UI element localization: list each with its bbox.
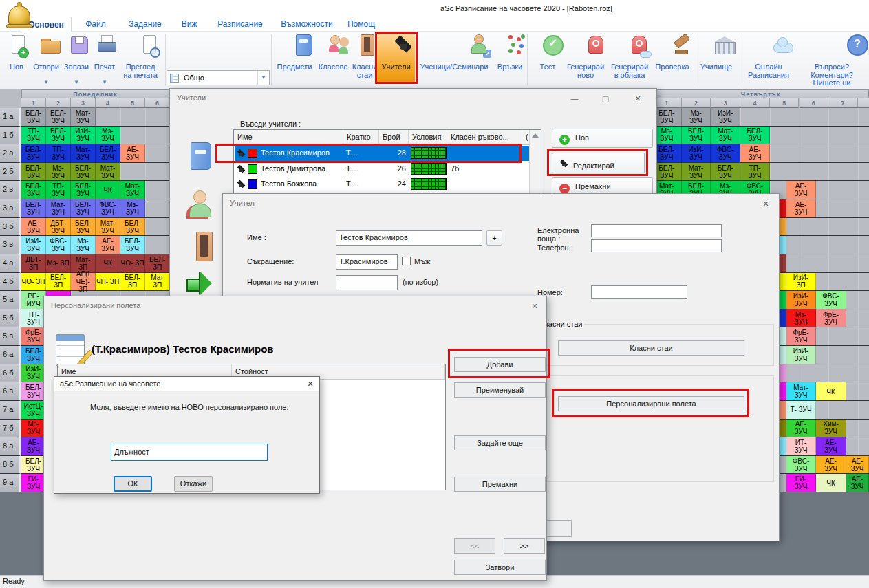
- ribbon-item-students-seminars[interactable]: Ученици/Семинари: [416, 33, 493, 88]
- timetable-cell[interactable]: ЧК: [816, 382, 846, 400]
- close-icon[interactable]: ✕: [528, 301, 541, 312]
- timetable-cell[interactable]: ИзИ- ЗУЧ: [786, 291, 816, 309]
- add-name-button[interactable]: +: [486, 230, 502, 246]
- teachers-column-2[interactable]: Брой: [379, 130, 409, 145]
- row-header[interactable]: 6 в: [0, 382, 21, 401]
- next-button[interactable]: >>: [504, 538, 545, 554]
- ribbon-item-links[interactable]: Връзки: [493, 33, 527, 88]
- timetable-cell[interactable]: АЕ- ЗУЧ: [21, 218, 46, 236]
- ribbon-item-questions[interactable]: Въпроси? Коментари? Пишете ни: [795, 33, 868, 88]
- add-field-button[interactable]: Добави: [454, 357, 546, 372]
- close-icon[interactable]: ✕: [632, 93, 644, 104]
- ribbon-item-generate-cloud[interactable]: Генерирай в облака: [608, 33, 652, 88]
- view-combobox[interactable]: Общо ▼: [167, 70, 270, 85]
- timetable-cell[interactable]: АЕ- ЗУЧ: [120, 144, 145, 162]
- timetable-cell[interactable]: Мат- ЗУЧ: [96, 163, 120, 181]
- timetable-cell[interactable]: ИзИ- ЗУЧ: [21, 236, 46, 254]
- norm-input[interactable]: [336, 275, 398, 290]
- teacher-row[interactable]: Тестов БожковаТ....24: [235, 177, 529, 192]
- subjects-sidebar-icon[interactable]: [188, 142, 215, 171]
- ribbon-item-print[interactable]: Печат▼: [91, 33, 118, 88]
- row-header[interactable]: 5 в: [0, 327, 21, 346]
- close-icon[interactable]: ✕: [760, 198, 772, 209]
- timetable-cell[interactable]: Мз- ЗП: [46, 254, 71, 272]
- row-header[interactable]: 5 б: [0, 309, 21, 328]
- tab-fail[interactable]: Файл: [77, 17, 114, 32]
- timetable-cell[interactable]: ТП- ЗУЧ: [21, 309, 46, 327]
- combobox-dropdown-icon[interactable]: ▼: [257, 71, 269, 85]
- timetable-cell[interactable]: ИзИ- ЗУЧ: [21, 364, 46, 382]
- timetable-cell[interactable]: ЧО- ЗП: [120, 254, 145, 272]
- timetable-cell[interactable]: Мз- ЗУЧ: [682, 108, 711, 126]
- row-header[interactable]: 7 а: [0, 401, 21, 420]
- teachers-column-1[interactable]: Кратко: [343, 130, 379, 145]
- row-header[interactable]: 1 б: [0, 127, 21, 145]
- male-checkbox[interactable]: [402, 257, 411, 265]
- ribbon-item-save[interactable]: Запази▼: [62, 33, 91, 88]
- row-header[interactable]: 5 а: [0, 291, 21, 309]
- timetable-cell[interactable]: ФрЕ- ЗУЧ: [21, 327, 46, 345]
- rename-field-button[interactable]: Преименувай: [454, 382, 546, 398]
- timetable-cell[interactable]: Мат- ЗУЧ: [711, 127, 740, 144]
- row-header[interactable]: 3 б: [0, 218, 21, 237]
- timetable-cell[interactable]: ДБТ- ЗУЧ: [46, 218, 71, 236]
- timetable-cell[interactable]: ДБТ- ЗП: [21, 254, 46, 272]
- timetable-cell[interactable]: БЕЛ- ЗП: [145, 254, 170, 272]
- timetable-cell[interactable]: БЕЛ- ЗУЧ: [740, 127, 770, 144]
- timetable-cell[interactable]: Мз- ЗУЧ: [120, 199, 145, 217]
- timetable-cell[interactable]: АЕ- ЗУЧ: [816, 456, 846, 474]
- timetable-cell[interactable]: Мз- ЗУЧ: [71, 236, 96, 254]
- timetable-cell[interactable]: ИзИ- ЗП: [786, 273, 816, 291]
- teacher-row[interactable]: Тестов КрасимировТ....28: [235, 146, 529, 161]
- timetable-cell[interactable]: ФВС- ЗУЧ: [46, 236, 71, 254]
- timetable-cell[interactable]: БЕЛ- ЗУЧ: [71, 163, 96, 181]
- ribbon-item-classrooms[interactable]: Класни стаи: [351, 33, 378, 88]
- timetable-cell[interactable]: ТП- ЗУЧ: [21, 127, 46, 144]
- timetable-cell[interactable]: БЕЛ- ЗУЧ: [711, 163, 740, 181]
- timetable-cell[interactable]: БЕЛ- ЗУЧ: [96, 144, 120, 162]
- teachers-column-0[interactable]: Име: [234, 130, 343, 145]
- timetable-cell[interactable]: БЕЛ- ЗУЧ: [71, 181, 96, 199]
- ribbon-item-generate-new[interactable]: Генерирай ново: [564, 33, 607, 88]
- timetable-cell[interactable]: БЕЛ- ЗУЧ: [71, 199, 96, 217]
- timetable-cell[interactable]: БЕЛ- ЗУЧ: [682, 127, 711, 144]
- timetable-cell[interactable]: АЕ- ЗУЧ: [816, 437, 846, 455]
- timetable-cell[interactable]: ФВС- ЗУЧ: [711, 144, 740, 162]
- edit-teacher-button[interactable]: Редактирай: [552, 153, 645, 173]
- scroll-up-icon[interactable]: [532, 133, 539, 138]
- timetable-cell[interactable]: Т- ЗУЧ: [786, 401, 816, 419]
- timetable-cell[interactable]: Мз- ЗУЧ: [46, 163, 71, 181]
- timetable-cell[interactable]: ФВС- ЗУЧ: [96, 199, 120, 217]
- timetable-cell[interactable]: Мат- ЗУЧ: [786, 382, 816, 400]
- timetable-cell[interactable]: ТП- ЗУЧ: [740, 163, 770, 181]
- row-header[interactable]: 2 а: [0, 144, 21, 163]
- field-name-input[interactable]: Длъжност: [111, 444, 268, 461]
- timetable-cell[interactable]: Мз- ЗУЧ: [21, 420, 46, 437]
- row-header[interactable]: 3 а: [0, 199, 21, 218]
- timetable-cell[interactable]: РЕ- ИУЧ: [21, 291, 46, 309]
- classrooms-button[interactable]: Класни стаи: [558, 340, 744, 356]
- row-header[interactable]: 2 б: [0, 163, 21, 182]
- custom-fields-button[interactable]: Персонализирани полета: [558, 396, 744, 411]
- ribbon-item-online-timetables[interactable]: Онлайн Разписания: [743, 33, 794, 88]
- timetable-cell[interactable]: Мз- ЗУЧ: [786, 309, 816, 327]
- ribbon-item-classes[interactable]: Класове: [315, 33, 351, 88]
- tab-vazmozhnosti[interactable]: Възможности: [274, 17, 340, 32]
- prev-button[interactable]: <<: [454, 538, 495, 554]
- row-header[interactable]: 7 б: [0, 420, 21, 438]
- remove-field-button[interactable]: Премахни: [454, 477, 546, 492]
- timetable-cell[interactable]: ЧО- ЗП: [21, 273, 46, 291]
- timetable-cell[interactable]: ИзИ- ЗУЧ: [682, 144, 711, 162]
- ribbon-item-open[interactable]: Отвори▼: [30, 33, 62, 88]
- timetable-cell[interactable]: Мат- ЗУЧ: [46, 199, 71, 217]
- timetable-cell[interactable]: Мат ЗП: [145, 273, 170, 291]
- timetable-cell[interactable]: АЕ- ЗУЧ: [786, 420, 816, 437]
- timetable-cell[interactable]: Хим- ЗУЧ: [816, 420, 846, 437]
- timetable-cell[interactable]: ЧК: [816, 474, 846, 492]
- timetable-cell[interactable]: ФВС- ЗУЧ: [786, 456, 816, 474]
- row-header[interactable]: 3 в: [0, 236, 21, 254]
- tab-pomosht[interactable]: Помощ: [340, 17, 383, 32]
- row-header[interactable]: 8 б: [0, 456, 21, 475]
- timetable-cell[interactable]: Мат- ЗП: [71, 254, 96, 272]
- timetable-cell[interactable]: БЕЛ- ЗУЧ: [120, 218, 145, 236]
